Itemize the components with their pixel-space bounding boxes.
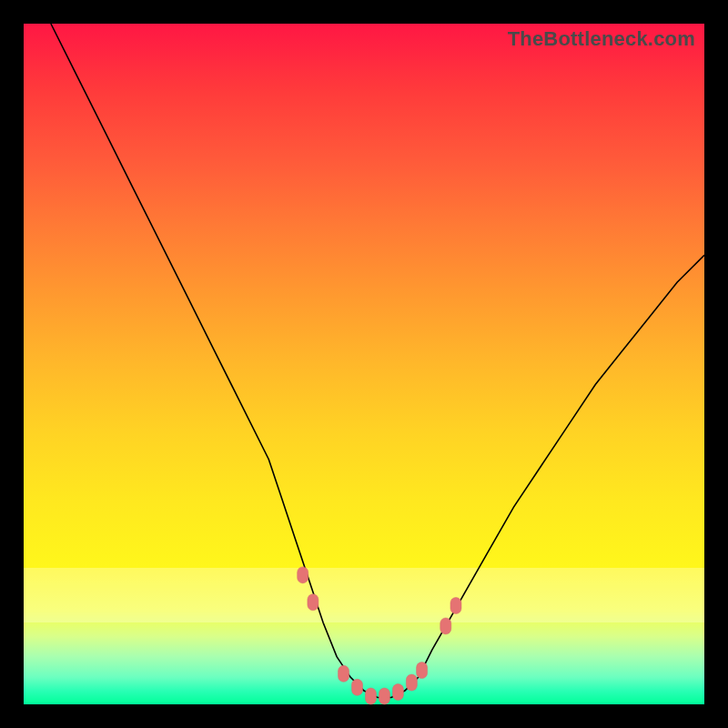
chart-frame: TheBottleneck.com [0,0,728,728]
marker-point [379,688,389,704]
highlight-markers [298,567,461,704]
marker-point [440,618,451,634]
marker-point [450,598,461,614]
curve-svg [24,24,704,704]
marker-point [352,679,363,695]
marker-point [406,674,417,691]
marker-point [339,665,349,682]
marker-point [417,662,428,679]
marker-point [298,567,308,583]
marker-point [392,684,403,701]
marker-point [308,594,318,611]
marker-point [365,688,376,704]
plot-area: TheBottleneck.com [24,24,704,704]
bottleneck-curve [51,24,704,698]
